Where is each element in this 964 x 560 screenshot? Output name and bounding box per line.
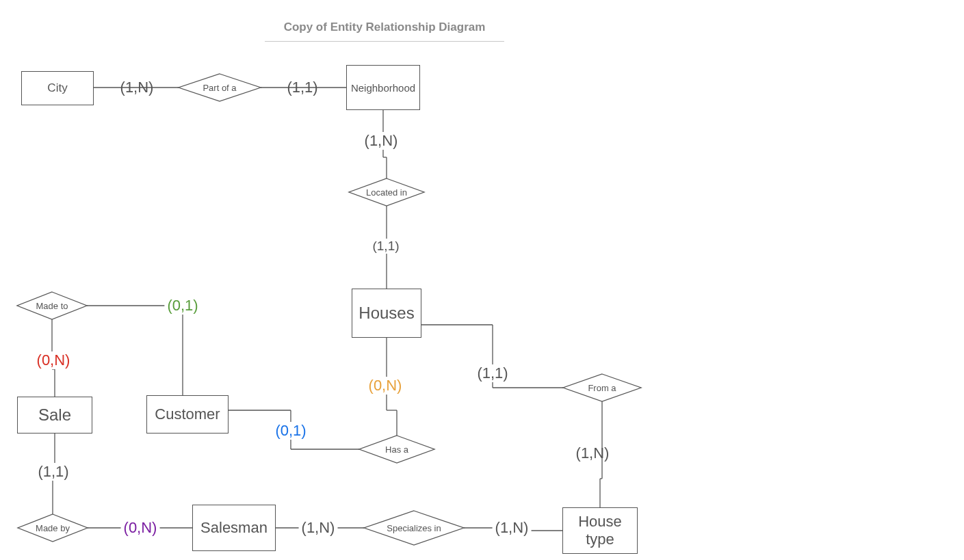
entity-house-type: House type — [562, 507, 638, 554]
entity-city: City — [21, 71, 94, 105]
cardinality-neighborhood-partof: (1,1) — [287, 79, 317, 96]
cardinality-madeby-salesman: (0,N) — [121, 519, 160, 537]
cardinality-froma-housetype: (1,N) — [576, 444, 610, 462]
relationship-made-by: Made by — [36, 523, 70, 533]
cardinality-houses-located: (1,1) — [369, 239, 402, 254]
cardinality-neighborhood-located: (1,N) — [362, 132, 401, 150]
relationship-made-to: Made to — [36, 301, 68, 311]
cardinality-housetype-spec: (1,N) — [493, 519, 532, 537]
relationship-located-in: Located in — [366, 187, 407, 198]
entity-salesman: Salesman — [192, 505, 276, 551]
cardinality-madeto-sale: (0,N) — [34, 351, 73, 369]
cardinality-city-partof: (1,N) — [120, 79, 154, 96]
relationship-has-a: Has a — [385, 444, 408, 455]
cardinality-houses-froma: (1,1) — [474, 364, 510, 382]
cardinality-salesman-spec: (1,N) — [299, 519, 338, 537]
entity-customer: Customer — [146, 395, 229, 434]
cardinality-madeto-customer: (0,1) — [164, 297, 200, 315]
entity-houses: Houses — [352, 289, 421, 338]
relationship-part-of-a: Part of a — [203, 83, 236, 93]
cardinality-customer-hasa: (0,1) — [272, 422, 309, 440]
cardinality-houses-hasa: (0,N) — [366, 377, 405, 395]
relationship-from-a: From a — [588, 383, 616, 393]
entity-sale: Sale — [17, 397, 92, 434]
cardinality-sale-madeby: (1,1) — [35, 463, 71, 481]
relationship-specializes-in: Specializes in — [387, 523, 441, 533]
entity-neighborhood: Neighborhood — [346, 65, 420, 110]
